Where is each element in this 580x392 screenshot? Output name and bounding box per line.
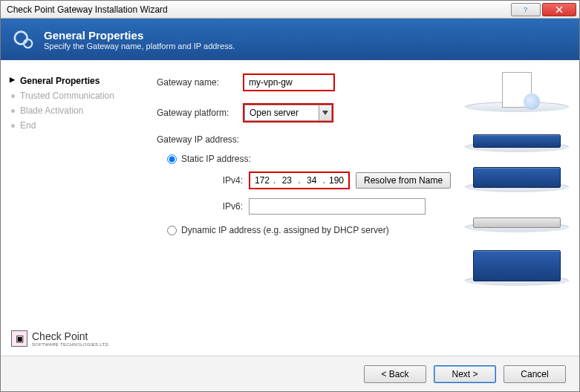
gateway-platform-highlight (243, 103, 333, 122)
ipv4-label: IPv4: (192, 175, 249, 186)
close-button[interactable] (542, 3, 576, 16)
gateway-platform-value[interactable] (244, 105, 319, 121)
device-software (465, 71, 569, 112)
gateway-platform-combo[interactable] (244, 105, 332, 121)
ipv6-input[interactable] (249, 198, 426, 215)
step-end: End (11, 118, 121, 133)
ipv4-octet-2[interactable] (276, 175, 297, 186)
help-button[interactable]: ? (511, 3, 541, 16)
svg-point-1 (15, 32, 27, 45)
gateway-name-input[interactable] (244, 75, 333, 90)
wizard-footer: < Back Next > Cancel (1, 356, 579, 391)
device-appliance-2 (465, 163, 569, 192)
ipv4-octet-1[interactable] (252, 175, 273, 186)
ip-section-label: Gateway IP address: (157, 134, 454, 145)
cancel-button[interactable]: Cancel (504, 365, 566, 383)
ipv6-label: IPv6: (192, 201, 249, 212)
step-blade-activation: Blade Activation (11, 103, 121, 118)
header-title: General Properties (44, 29, 235, 42)
brand-sub: SOFTWARE TECHNOLOGIES LTD. (32, 342, 110, 347)
step-general-properties[interactable]: General Properties (11, 74, 121, 88)
window-title: Check Point Gateway Installation Wizard (4, 4, 509, 15)
ipv4-octet-3[interactable] (302, 175, 322, 186)
chevron-down-icon[interactable] (319, 105, 332, 121)
dynamic-ip-radio[interactable] (167, 226, 177, 235)
brand-logo: ▣ Check Point SOFTWARE TECHNOLOGIES LTD. (11, 330, 121, 347)
svg-text:?: ? (524, 6, 527, 13)
device-server (465, 203, 569, 232)
dynamic-ip-label: Dynamic IP address (e.g. assigned by DHC… (181, 225, 389, 235)
gear-icon (13, 28, 35, 50)
device-appliance-1 (465, 122, 569, 152)
wizard-header: General Properties Specify the Gateway n… (1, 19, 579, 60)
static-ip-radio[interactable] (167, 154, 177, 164)
wizard-window: Check Point Gateway Installation Wizard … (0, 0, 580, 392)
gateway-platform-label: Gateway platform: (157, 108, 243, 118)
titlebar: Check Point Gateway Installation Wizard … (1, 1, 579, 19)
next-button[interactable]: Next > (434, 365, 496, 383)
brand-name: Check Point (32, 330, 110, 342)
back-button[interactable]: < Back (364, 365, 426, 383)
static-ip-label: Static IP address: (181, 154, 251, 164)
header-subtitle: Specify the Gateway name, platform and I… (44, 42, 235, 50)
wizard-sidebar: General Properties Trusted Communication… (1, 60, 130, 356)
gateway-name-label: Gateway name: (157, 77, 243, 88)
wizard-main: Gateway name: Gateway platform: (130, 60, 454, 356)
ipv4-input[interactable]: . . . (250, 173, 348, 188)
ipv4-highlight: . . . (249, 172, 350, 189)
brand-icon: ▣ (11, 330, 27, 347)
ipv4-octet-4[interactable] (326, 175, 347, 186)
device-gallery (454, 60, 579, 356)
gateway-name-highlight (243, 74, 335, 91)
step-trusted-communication: Trusted Communication (11, 88, 121, 103)
resolve-from-name-button[interactable]: Resolve from Name (356, 172, 451, 189)
device-chassis (465, 243, 569, 286)
